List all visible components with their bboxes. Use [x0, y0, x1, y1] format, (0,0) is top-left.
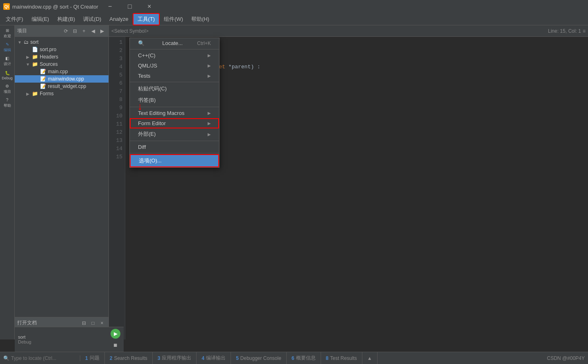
sources-folder-icon: 📁 [32, 61, 38, 67]
build-config-label: Debug [18, 339, 107, 344]
open-docs-toggle-btn[interactable]: ⊟ [80, 319, 88, 327]
compile-output-label: 编译输出 [206, 355, 226, 362]
debugger-console-label: Debugger Console [240, 355, 281, 361]
menu-analyze[interactable]: Analyze [105, 14, 132, 24]
close-button[interactable]: × [140, 0, 159, 13]
panel-filter-btn[interactable]: ⊟ [71, 27, 79, 35]
line-num-14: 14 [109, 145, 122, 153]
tree-item-sort[interactable]: ▼ 🗂 sort [15, 38, 109, 46]
minimize-button[interactable]: − [101, 0, 120, 13]
issues-label: 问题 [90, 355, 100, 362]
status-tab-test-results[interactable]: 8 Test Results [321, 352, 362, 364]
menu-options[interactable]: 选项(O)... [130, 154, 219, 167]
locate-icon: 🔍 [138, 40, 145, 46]
build-target-label: sort [18, 335, 107, 339]
maincpp-expand-icon [34, 69, 38, 74]
external-arrow: ▶ [208, 132, 211, 137]
status-search-area: 🔍 [3, 355, 80, 361]
tree-item-headers[interactable]: ▶ 📁 Headers [15, 53, 109, 61]
menu-build[interactable]: 构建(B) [53, 14, 79, 25]
headers-label: Headers [40, 54, 58, 60]
sidebar-edit[interactable]: ✎ 编辑 [1, 41, 14, 54]
menu-bookmarks[interactable]: 书签(B) [130, 94, 219, 106]
status-tab-issues[interactable]: 1 问题 [80, 352, 105, 364]
editor-toolbar-right: ≡ [583, 28, 586, 34]
separator-5 [130, 153, 219, 153]
tree-item-forms[interactable]: ▶ 📁 Forms [15, 90, 109, 97]
sidebar-debug[interactable]: 🐛 Debug [1, 69, 14, 82]
status-tab-expand[interactable]: ▲ [362, 352, 378, 364]
separator-2 [130, 82, 219, 82]
menu-tools[interactable]: 工具(T) [133, 13, 160, 25]
sidebar-design[interactable]: ◧ 设计 [1, 55, 14, 68]
status-tab-debugger-console[interactable]: 5 Debugger Console [231, 352, 287, 364]
open-docs-expand-btn[interactable]: □ [89, 319, 97, 327]
tree-item-result-widget[interactable]: 📝 result_widget.cpp [15, 83, 109, 90]
welcome-icon: ⊞ [6, 28, 9, 33]
bookmarks-label: 书签(B) [138, 97, 156, 104]
locate-shortcut: Ctrl+K [197, 40, 211, 46]
menu-debug[interactable]: 调试(D) [79, 14, 105, 25]
status-tab-app-output[interactable]: 3 应用程序输出 [153, 352, 197, 364]
menu-locate[interactable]: 🔍 Locate... Ctrl+K [130, 38, 219, 48]
tree-item-sortpro[interactable]: 📄 sort.pro [15, 46, 109, 53]
menu-paste-code[interactable]: 粘贴代码(C) [130, 83, 219, 94]
menu-form-editor[interactable]: Form Editor ▶ [130, 118, 219, 128]
editor-position: Line: 15, Col: 1 [548, 28, 581, 34]
forms-expand-icon: ▶ [25, 91, 30, 96]
maximize-button[interactable]: □ [120, 0, 139, 13]
open-docs-close-btn[interactable]: × [98, 319, 106, 327]
sidebar-help[interactable]: ? 帮助 [1, 97, 14, 110]
menu-text-editing-macros[interactable]: Text Editing Macros ▶ [130, 108, 219, 118]
menu-external[interactable]: 外部(E) ▶ [130, 128, 219, 140]
line-num-10: 10 [109, 112, 122, 120]
menu-diff[interactable]: Diff [130, 142, 219, 152]
status-right: CSDN @#00P4Y [547, 355, 585, 361]
menu-cpp[interactable]: C++(C) ▶ [130, 50, 219, 61]
project-panel: 项目 ⟳ ⊟ + ◀ ▶ ▼ 🗂 sort [15, 25, 109, 339]
help-label: 帮助 [4, 103, 11, 108]
line-num-15: 15 [109, 153, 122, 161]
status-tab-search-results[interactable]: 2 Search Results [105, 352, 153, 364]
menu-edit[interactable]: 编辑(E) [27, 14, 53, 25]
sidebar-welcome[interactable]: ⊞ 欢迎 [1, 27, 14, 40]
cpp-label: C++(C) [138, 52, 156, 58]
status-tab-overview[interactable]: 6 概要信息 [287, 352, 321, 364]
run-button[interactable]: ▶ [111, 329, 120, 339]
sortpro-label: sort.pro [40, 47, 57, 52]
debugger-console-num: 5 [236, 355, 239, 361]
panel-prev-btn[interactable]: ◀ [89, 27, 97, 35]
app-output-label: 应用程序输出 [162, 355, 191, 362]
menu-tests[interactable]: Tests ▶ [130, 71, 219, 81]
project-tree: ▼ 🗂 sort 📄 sort.pro ▶ 📁 Headers ▼ [15, 37, 109, 317]
panel-next-btn[interactable]: ▶ [98, 27, 106, 35]
separator-4 [130, 141, 219, 141]
tree-item-sources[interactable]: ▼ 📁 Sources [15, 61, 109, 68]
menu-help[interactable]: 帮助(H) [187, 14, 213, 25]
menu-qmljs[interactable]: QML/JS ▶ [130, 61, 219, 71]
editor-location-bar[interactable]: <Select Symbol> [111, 28, 149, 34]
locate-input[interactable] [11, 355, 77, 361]
panel-add-btn[interactable]: + [80, 27, 88, 35]
status-watermark: CSDN @#00P4Y [547, 355, 585, 361]
line-num-4: 4 [109, 63, 122, 71]
menu-component[interactable]: 组件(W) [160, 14, 187, 25]
paste-code-label: 粘贴代码(C) [138, 85, 167, 92]
menu-file[interactable]: 文件(F) [2, 14, 27, 25]
tree-item-mainwindow-cpp[interactable]: 📝 mainwindow.cpp [15, 75, 109, 83]
forms-folder-icon: 📁 [32, 91, 38, 97]
forms-label: Forms [40, 91, 54, 97]
line-num-3: 3 [109, 55, 122, 63]
status-tab-compile-output[interactable]: 4 编译输出 [197, 352, 231, 364]
stop-button[interactable]: ⏹ [111, 340, 120, 350]
tree-item-main-cpp[interactable]: 📝 main.cpp [15, 68, 109, 75]
help-icon: ? [6, 98, 9, 102]
window-controls: − □ × [101, 0, 159, 13]
line-num-1: 1 [109, 38, 122, 47]
line-num-11: 11 [109, 120, 122, 128]
panel-sync-btn[interactable]: ⟳ [62, 27, 70, 35]
sidebar-projects[interactable]: ⚙ 项目 [1, 83, 14, 96]
line-num-8: 8 [109, 96, 122, 104]
design-label: 设计 [4, 61, 11, 67]
panel-nav-arrows: ◀ ▶ [89, 27, 106, 35]
